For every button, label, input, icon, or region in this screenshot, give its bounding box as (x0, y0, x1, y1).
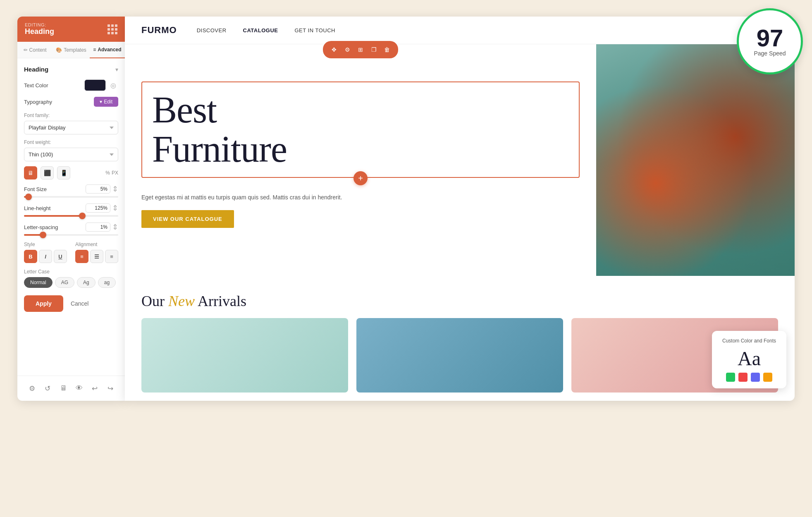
hero-section: ✥ ⚙ ⊞ ❐ 🗑 Best Furniture + Eget egestas … (125, 44, 795, 276)
panel-body: Heading ▾ Text Color ◎ Typography ▾ Edit (17, 58, 125, 376)
typography-edit-btn[interactable]: ▾ Edit (94, 97, 118, 107)
color-dot-yellow[interactable] (763, 373, 772, 382)
line-height-label-row: Line-height ⇕ (24, 203, 118, 213)
style-sub-label: Style (24, 242, 67, 247)
nav-discover[interactable]: DISCOVER (197, 27, 227, 34)
letter-spacing-label-row: Letter-spacing ⇕ (24, 223, 118, 232)
arrivals-title-highlight: New (168, 293, 195, 309)
font-weight-select[interactable]: Thin (100) Light (300) Regular (400) Bol… (24, 148, 118, 161)
font-size-value-group: ⇕ (86, 184, 118, 194)
custom-color-title: Custom Color and Fonts (719, 337, 780, 345)
cta-button[interactable]: VIEW OUR CATALOGUE (141, 210, 234, 228)
nav-links: DISCOVER CATALOGUE GET IN TOUCH (197, 27, 753, 34)
line-height-track[interactable] (24, 215, 118, 217)
align-right-btn[interactable]: ≡ (105, 250, 118, 263)
speed-score: 97 (757, 26, 783, 50)
typography-row: Typography ▾ Edit (24, 97, 118, 107)
nav-catalogue[interactable]: CATALOGUE (243, 27, 278, 34)
style-group: B I U (24, 250, 67, 263)
color-swatch[interactable] (84, 79, 106, 91)
move-toolbar-btn[interactable]: ✥ (328, 43, 340, 56)
page-speed-badge: 97 Page Speed (737, 8, 803, 74)
tab-content[interactable]: ✏ Content (17, 42, 53, 58)
text-color-label: Text Color (24, 82, 48, 89)
tab-advanced[interactable]: ≡ Advanced (90, 42, 125, 58)
letter-spacing-value-group: ⇕ (86, 223, 118, 232)
product-card-1[interactable] (141, 318, 348, 393)
settings-footer-btn[interactable]: ⚙ (25, 382, 38, 395)
desktop-footer-btn[interactable]: 🖥 (57, 382, 70, 395)
product-card-2[interactable] (356, 318, 563, 393)
font-size-track[interactable] (24, 196, 118, 198)
custom-color-card: Custom Color and Fonts Aa (712, 331, 786, 388)
case-lower-btn[interactable]: ag (98, 277, 116, 288)
case-normal-btn[interactable]: Normal (24, 277, 53, 288)
color-dot-blue[interactable] (751, 373, 760, 382)
custom-color-sample: Aa (719, 349, 780, 369)
add-element-btn[interactable]: + (353, 171, 368, 185)
history-footer-btn[interactable]: ↺ (41, 382, 54, 395)
font-family-select[interactable]: Playfair Display Georgia Arial Roboto (24, 121, 118, 134)
letter-spacing-stepper[interactable]: ⇕ (112, 223, 118, 232)
pencil-icon: ✏ (24, 47, 28, 53)
arrivals-grid (141, 318, 778, 393)
mobile-device-btn[interactable]: 📱 (57, 166, 70, 180)
align-center-btn[interactable]: ☰ (90, 250, 103, 263)
font-size-stepper[interactable]: ⇕ (112, 184, 118, 194)
hero-heading: Best Furniture (152, 91, 569, 169)
style-group-wrapper: Style B I U (24, 242, 67, 263)
edit-chevron-icon: ▾ (100, 99, 102, 105)
grid-icon (107, 24, 117, 34)
align-left-btn[interactable]: ≡ (75, 250, 88, 263)
arrivals-title: Our New Arrivals (141, 292, 778, 310)
line-height-value-group: ⇕ (86, 203, 118, 213)
line-height-stepper[interactable]: ⇕ (112, 203, 118, 213)
letter-case-sub-label: Letter Case (24, 269, 118, 275)
case-title-btn[interactable]: Ag (77, 277, 96, 288)
font-size-slider-row: Font Size ⇕ (24, 184, 118, 198)
panel-footer: ⚙ ↺ 🖥 👁 ↩ ↪ (17, 376, 125, 401)
speed-label: Page Speed (754, 50, 786, 57)
website-preview: FURMO DISCOVER CATALOGUE GET IN TOUCH (125, 17, 795, 401)
line-height-input[interactable] (86, 203, 110, 213)
hero-description: Eget egestas mi at mattis eu turpis quam… (141, 193, 356, 202)
desktop-device-btn[interactable]: 🖥 (24, 166, 37, 180)
color-picker-btn[interactable]: ◎ (108, 80, 118, 90)
duplicate-toolbar-btn[interactable]: ❐ (368, 43, 380, 56)
italic-btn[interactable]: I (39, 250, 52, 263)
typography-label: Typography (24, 99, 52, 105)
editing-label: EDITING: (25, 22, 54, 27)
underline-btn[interactable]: U (54, 250, 67, 263)
undo-footer-btn[interactable]: ↩ (88, 382, 101, 395)
bold-btn[interactable]: B (24, 250, 37, 263)
tab-templates[interactable]: 🎨 Templates (53, 42, 90, 58)
settings-toolbar-btn[interactable]: ⚙ (341, 43, 353, 56)
advanced-icon: ≡ (93, 47, 96, 53)
letter-spacing-track[interactable] (24, 234, 118, 236)
action-row: Apply Cancel (24, 295, 118, 312)
alignment-group-wrapper: Alignment ≡ ☰ ≡ (75, 242, 118, 263)
panel-header-left: EDITING: Heading (25, 22, 54, 36)
cancel-button[interactable]: Cancel (67, 295, 92, 312)
arrivals-title-end: Arrivals (195, 293, 246, 309)
color-dot-green[interactable] (726, 373, 735, 382)
redo-footer-btn[interactable]: ↪ (104, 382, 117, 395)
apply-button[interactable]: Apply (24, 295, 63, 312)
letter-spacing-input[interactable] (86, 223, 110, 232)
unit-toggle: % PX (105, 170, 118, 176)
heading-element[interactable]: Best Furniture + (141, 81, 580, 178)
device-row: 🖥 ⬛ 📱 % PX (24, 166, 118, 180)
font-size-input[interactable] (86, 184, 110, 194)
panel-tabs: ✏ Content 🎨 Templates ≡ Advanced (17, 42, 125, 58)
arrivals-title-start: Our (141, 293, 168, 309)
nav-get-in-touch[interactable]: GET IN TOUCH (294, 27, 335, 34)
widget-toolbar-btn[interactable]: ⊞ (354, 43, 367, 56)
tablet-device-btn[interactable]: ⬛ (41, 166, 54, 180)
preview-footer-btn[interactable]: 👁 (72, 382, 86, 395)
hero-image (596, 44, 795, 276)
color-dot-red[interactable] (738, 373, 748, 382)
color-swatch-group: ◎ (84, 79, 118, 91)
case-upper-btn[interactable]: AG (55, 277, 74, 288)
hero-content: ✥ ⚙ ⊞ ❐ 🗑 Best Furniture + Eget egestas … (125, 44, 596, 276)
delete-toolbar-btn[interactable]: 🗑 (381, 43, 393, 56)
